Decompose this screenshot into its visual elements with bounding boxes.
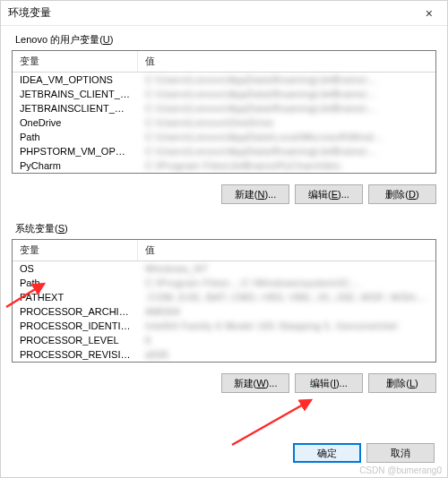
variable-value: .COM;.EXE;.BAT;.CMD;.VBS;.VBE;.JS;.JSE;.…: [138, 290, 435, 304]
table-row[interactable]: PROCESSOR_IDENTIFIERIntel64 Family 6 Mod…: [13, 319, 435, 333]
user-variables-label: Lenovo 的用户变量(U): [12, 31, 436, 50]
environment-variables-dialog: 环境变量 × Lenovo 的用户变量(U) 变量 值 IDEA_VM_OPTI…: [0, 0, 448, 478]
user-variables-list[interactable]: 变量 值 IDEA_VM_OPTIONSC:\Users\Lenovo\AppD…: [12, 50, 436, 174]
variable-value: C:\Users\Lenovo\AppData\Roaming\JetBrain…: [138, 87, 435, 101]
variable-name: OS: [13, 261, 138, 276]
variable-value: C:\Users\Lenovo\AppData\Local\Microsoft\…: [138, 130, 435, 144]
user-variables-buttons: 新建(N)... 编辑(E)... 删除(D): [1, 177, 447, 215]
variable-value: C:\Users\Lenovo\AppData\Roaming\JetBrain…: [138, 101, 435, 115]
list-header: 变量 值: [13, 240, 435, 261]
table-row[interactable]: IDEA_VM_OPTIONSC:\Users\Lenovo\AppData\R…: [13, 73, 435, 87]
variable-name: Path: [13, 276, 138, 290]
variable-name: PROCESSOR_IDENTIFIER: [13, 319, 138, 333]
new-button[interactable]: 新建(N)...: [221, 184, 289, 204]
close-icon[interactable]: ×: [418, 4, 440, 22]
variable-name: JETBRAINSCLIENT_VM_O...: [13, 101, 138, 115]
variable-name: PROCESSOR_REVISION: [13, 347, 138, 362]
table-row[interactable]: PROCESSOR_LEVEL6: [13, 333, 435, 347]
edit-button[interactable]: 编辑(E)...: [295, 184, 363, 204]
table-row[interactable]: PHPSTORM_VM_OPTIONSC:\Users\Lenovo\AppDa…: [13, 144, 435, 158]
system-variables-label: 系统变量(S): [12, 220, 436, 239]
table-row[interactable]: PathC:\Program Files\...;C:\Windows\syst…: [13, 276, 435, 290]
variable-value: C:\Users\Lenovo\AppData\Roaming\JetBrain…: [138, 144, 435, 158]
variable-name: IDEA_VM_OPTIONS: [13, 73, 138, 87]
cancel-button[interactable]: 取消: [366, 443, 435, 463]
variable-value: C:\Users\Lenovo\AppData\Roaming\JetBrain…: [138, 73, 435, 87]
variable-value: a505: [138, 347, 435, 362]
table-row[interactable]: PATHEXT.COM;.EXE;.BAT;.CMD;.VBS;.VBE;.JS…: [13, 290, 435, 304]
table-row[interactable]: OneDriveC:\Users\Lenovo\OneDrive: [13, 115, 435, 130]
table-row[interactable]: JETBRAINS_CLIENT_VM_O...C:\Users\Lenovo\…: [13, 87, 435, 101]
variable-value: C:\Program Files\JetBrains\PyCharm\bin;: [138, 158, 435, 173]
variable-name: PROCESSOR_LEVEL: [13, 333, 138, 347]
column-header-value[interactable]: 值: [138, 240, 435, 260]
variable-name: PyCharm: [13, 158, 138, 173]
table-row[interactable]: PathC:\Users\Lenovo\AppData\Local\Micros…: [13, 130, 435, 144]
table-row[interactable]: OSWindows_NT: [13, 261, 435, 276]
titlebar: 环境变量 ×: [1, 1, 447, 26]
column-header-name[interactable]: 变量: [13, 240, 138, 260]
variable-value: C:\Program Files\...;C:\Windows\system32…: [138, 276, 435, 290]
new-button[interactable]: 新建(W)...: [221, 373, 289, 393]
variable-name: Path: [13, 130, 138, 144]
user-variables-section: Lenovo 的用户变量(U) 变量 值 IDEA_VM_OPTIONSC:\U…: [1, 26, 447, 177]
variable-name: JETBRAINS_CLIENT_VM_O...: [13, 87, 138, 101]
variable-value: C:\Users\Lenovo\OneDrive: [138, 115, 435, 130]
column-header-value[interactable]: 值: [138, 51, 435, 72]
variable-name: PROCESSOR_ARCHITECT...: [13, 304, 138, 319]
table-row[interactable]: PROCESSOR_REVISIONa505: [13, 347, 435, 362]
variable-value: Intel64 Family 6 Model 165 Stepping 5, G…: [138, 319, 435, 333]
delete-button[interactable]: 删除(L): [368, 373, 436, 393]
variable-value: 6: [138, 333, 435, 347]
table-row[interactable]: PyCharmC:\Program Files\JetBrains\PyChar…: [13, 158, 435, 173]
variable-name: OneDrive: [13, 115, 138, 130]
system-variables-list[interactable]: 变量 值 OSWindows_NTPathC:\Program Files\..…: [12, 239, 436, 363]
system-variables-section: 系统变量(S) 变量 值 OSWindows_NTPathC:\Program …: [1, 215, 447, 366]
table-row[interactable]: JETBRAINSCLIENT_VM_O...C:\Users\Lenovo\A…: [13, 101, 435, 115]
variable-name: PHPSTORM_VM_OPTIONS: [13, 144, 138, 158]
variable-value: Windows_NT: [138, 261, 435, 276]
variable-name: PATHEXT: [13, 290, 138, 304]
variable-value: AMD64: [138, 304, 435, 319]
delete-button[interactable]: 删除(D): [368, 184, 436, 204]
system-variables-buttons: 新建(W)... 编辑(I)... 删除(L): [1, 366, 447, 404]
column-header-name[interactable]: 变量: [13, 51, 138, 72]
ok-button[interactable]: 确定: [293, 443, 361, 463]
list-header: 变量 值: [13, 51, 435, 73]
edit-button[interactable]: 编辑(I)...: [295, 373, 363, 393]
dialog-buttons: 确定 取消: [280, 434, 447, 472]
window-title: 环境变量: [8, 5, 51, 21]
table-row[interactable]: PROCESSOR_ARCHITECT...AMD64: [13, 304, 435, 319]
